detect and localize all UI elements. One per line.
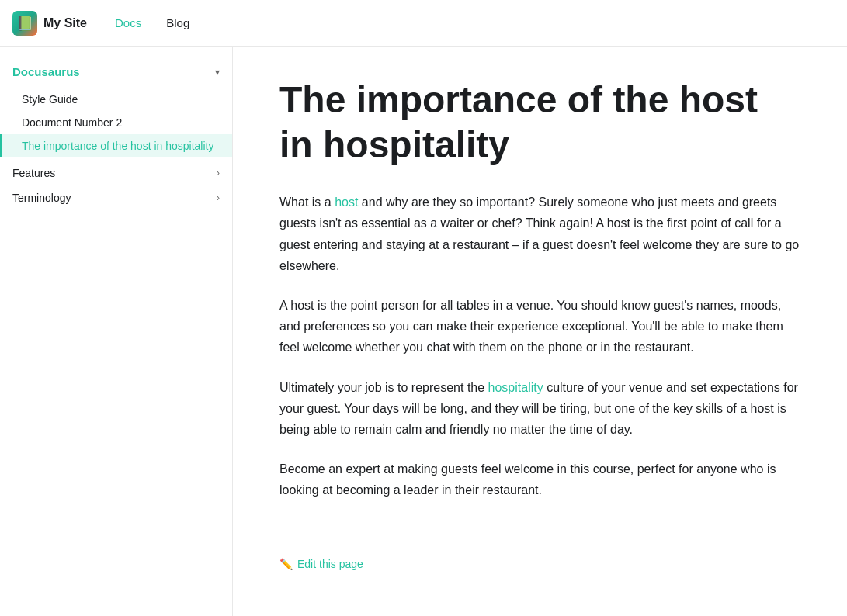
paragraph-1: What is a host and why are they so impor…: [279, 192, 800, 276]
paragraph-2: A host is the point person for all table…: [279, 295, 800, 358]
hospitality-link[interactable]: hospitality: [488, 381, 543, 394]
logo-emoji: 📗: [16, 15, 33, 32]
sidebar-item-host-hospitality[interactable]: The importance of the host in hospitalit…: [0, 134, 232, 157]
brand-name: My Site: [43, 16, 87, 30]
edit-icon: ✏️: [279, 558, 293, 570]
edit-page-section: ✏️ Edit this page: [279, 538, 800, 571]
sidebar-category-features[interactable]: Features ›: [0, 161, 232, 185]
paragraph-3: Ultimately your job is to represent the …: [279, 377, 800, 441]
nav-blog[interactable]: Blog: [157, 10, 199, 36]
sidebar-category-terminology-label: Terminology: [12, 192, 71, 204]
p1-after-link: and why are they so important? Surely so…: [279, 196, 799, 272]
sidebar-section-header[interactable]: Docusaurus ▾: [0, 59, 232, 85]
chevron-right-icon: ›: [217, 168, 220, 178]
chevron-right-icon-2: ›: [217, 192, 220, 203]
edit-page-link[interactable]: ✏️ Edit this page: [279, 558, 363, 570]
edit-page-label: Edit this page: [297, 558, 363, 570]
sidebar-items: Style Guide Document Number 2 The import…: [0, 85, 232, 161]
page-title: The importance of the host in hospitalit…: [279, 78, 800, 167]
main-content: The importance of the host in hospitalit…: [233, 47, 847, 616]
sidebar-category-features-label: Features: [12, 167, 55, 179]
nav-links: Docs Blog: [106, 10, 199, 36]
sidebar-section-title: Docusaurus: [12, 65, 80, 78]
navbar: 📗 My Site Docs Blog: [0, 0, 847, 47]
nav-docs[interactable]: Docs: [106, 10, 151, 36]
sidebar-item-style-guide[interactable]: Style Guide: [0, 88, 232, 111]
p1-before-link: What is a: [279, 196, 335, 209]
sidebar: Docusaurus ▾ Style Guide Document Number…: [0, 47, 233, 616]
sidebar-category-terminology[interactable]: Terminology ›: [0, 185, 232, 210]
brand-link[interactable]: 📗 My Site: [12, 11, 87, 36]
p3-before-link: Ultimately your job is to represent the: [279, 381, 488, 394]
site-logo: 📗: [12, 11, 37, 36]
chevron-down-icon: ▾: [215, 67, 220, 78]
sidebar-item-document-number-2[interactable]: Document Number 2: [0, 111, 232, 134]
host-link[interactable]: host: [335, 196, 358, 209]
page-layout: Docusaurus ▾ Style Guide Document Number…: [0, 47, 847, 616]
paragraph-4: Become an expert at making guests feel w…: [279, 459, 800, 500]
